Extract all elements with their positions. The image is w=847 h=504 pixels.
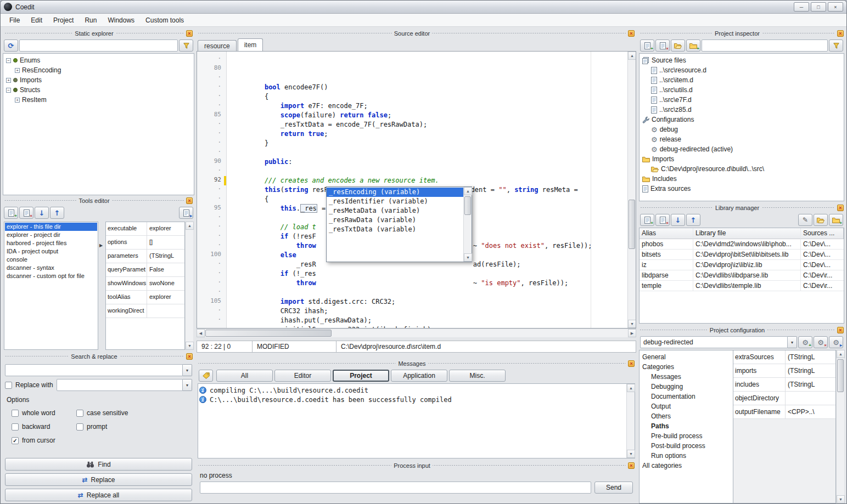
tools-scrollbar[interactable]: ▲ ▼ [185, 222, 193, 350]
gutter-line-number[interactable]: · [197, 101, 226, 111]
menu-custom-tools[interactable]: Custom tools [140, 15, 189, 26]
add-source-button[interactable]: + [640, 39, 654, 52]
clone-configuration-button[interactable]: ⚙▸ [829, 336, 843, 348]
close-panel-icon[interactable]: × [837, 30, 844, 37]
menu-project[interactable]: Project [48, 15, 79, 26]
code-line[interactable]: _initialSum = crc322uint(ihash.finish); [249, 325, 636, 328]
scroll-trough[interactable] [627, 392, 635, 450]
scroll-thumb[interactable] [205, 330, 332, 337]
code-line[interactable]: bool encodee7F() [249, 83, 636, 92]
property-value[interactable] [147, 304, 184, 318]
property-row[interactable]: objectDirectory [733, 392, 835, 405]
remove-source-button[interactable]: × [655, 39, 670, 52]
tree-item[interactable]: Output [640, 401, 733, 411]
gutter-line-number[interactable]: · [197, 260, 226, 269]
completion-scrollbar[interactable]: ▲ ▼ [463, 187, 472, 262]
combo-arrow-icon[interactable]: ▾ [183, 379, 192, 391]
messages-header[interactable]: Messages × [197, 359, 636, 368]
tree-item[interactable]: Messages [640, 372, 733, 382]
whole-word-checkbox[interactable]: whole word [12, 409, 76, 417]
close-panel-icon[interactable]: × [628, 360, 635, 367]
inspector-filter-button[interactable] [829, 39, 843, 52]
gutter-line-number[interactable]: · [197, 55, 226, 64]
tree-item[interactable]: C:\Dev\dproj\resource.d\build\..\src\ [640, 164, 844, 174]
combo-arrow-icon[interactable]: ▾ [788, 336, 797, 348]
gutter-line-number[interactable]: 105 [197, 297, 226, 307]
library-row[interactable]: bitsetsC:\Dev\dproj\bitSet\lib\bitsets.l… [640, 250, 844, 260]
property-row[interactable]: queryParametFalse [106, 263, 184, 277]
tool-item[interactable]: harbored - project files [5, 239, 97, 247]
remove-configuration-button[interactable]: ⚙× [814, 336, 828, 348]
tree-item[interactable]: ⚙debug [640, 124, 844, 134]
process-input-header[interactable]: Process input × [197, 461, 636, 470]
property-value[interactable]: (TStringL [147, 250, 184, 263]
tree-item[interactable]: All categories [640, 461, 733, 471]
move-library-down-button[interactable]: ↓ [671, 214, 685, 226]
completion-item[interactable]: _resTxtData (variable) [327, 225, 463, 234]
code-line[interactable]: _resTxtData = encode_7F(_resRawData); [249, 120, 636, 129]
tool-item[interactable]: console [5, 256, 97, 264]
tree-item[interactable]: Imports [640, 154, 844, 164]
close-panel-icon[interactable]: × [186, 30, 193, 37]
message-row[interactable]: iC:\...\build\resource.d.coedit has been… [199, 395, 625, 404]
code-line[interactable]: import std.digest.crc: CRC32; [249, 297, 636, 307]
gutter-line-number[interactable]: · [197, 120, 226, 129]
tab-resource[interactable]: resource [198, 40, 237, 51]
property-row[interactable]: includes(TStringL [733, 378, 835, 392]
process-input-field[interactable] [200, 482, 591, 494]
gutter-line-number[interactable]: · [197, 316, 226, 325]
library-row[interactable]: libdparseC:\Dev\dlibs\libdparse.libC:\De… [640, 270, 844, 281]
menu-file[interactable]: File [4, 15, 25, 26]
property-row[interactable]: executableexplorer [106, 222, 184, 236]
minimize-button[interactable]: ─ [794, 2, 809, 12]
library-row[interactable]: izC:\Dev\dproj\iz\lib\iz.libC:\Dev\... [640, 260, 844, 270]
scroll-up-icon[interactable]: ▲ [627, 384, 635, 392]
gutter-line-number[interactable]: 85 [197, 111, 226, 120]
editor-surface[interactable]: ·80····85····90·92··95····100····105··· … [197, 51, 636, 329]
combo-arrow-icon[interactable]: ▾ [183, 364, 192, 376]
gutter-line-number[interactable]: · [197, 185, 226, 195]
scroll-down-icon[interactable]: ▼ [464, 253, 472, 262]
completion-item[interactable]: _resMetaData (variable) [327, 206, 463, 216]
gutter-line-number[interactable]: · [197, 232, 226, 241]
search-input[interactable] [5, 364, 183, 376]
configuration-scrollbar[interactable]: ▲ ▼ [836, 350, 844, 503]
scroll-up-icon[interactable]: ▲ [837, 350, 845, 358]
titlebar[interactable]: Coedit ─ □ × [1, 1, 846, 14]
tree-item[interactable]: Run options [640, 451, 733, 461]
gutter-line-number[interactable]: · [197, 288, 226, 297]
search-replace-header[interactable]: Search & replace × [3, 352, 194, 361]
case-sensitive-checkbox[interactable]: case sensitive [76, 409, 192, 417]
code-line[interactable]: ihash.put(_resRawData); [249, 316, 636, 325]
scroll-up-icon[interactable]: ▲ [186, 222, 194, 230]
gutter-line-number[interactable]: · [197, 213, 226, 223]
menu-windows[interactable]: Windows [102, 15, 140, 26]
property-value[interactable]: (TStringL [786, 364, 835, 377]
tree-item[interactable]: Post-build process [640, 441, 733, 451]
static-explorer-header[interactable]: Static explorer × [3, 29, 194, 38]
add-folder-button[interactable]: + [686, 39, 700, 52]
scroll-left-icon[interactable]: ◀ [197, 329, 205, 337]
tool-item[interactable]: dscanner - syntax [5, 264, 97, 272]
scroll-down-icon[interactable]: ▼ [628, 320, 636, 328]
tree-item[interactable]: ⚙debug-redirected (active) [640, 144, 844, 154]
scroll-trough[interactable] [186, 230, 193, 342]
property-value[interactable]: swoNone [147, 277, 184, 290]
gutter-line-number[interactable]: 92 [197, 176, 226, 185]
property-value[interactable]: [] [147, 236, 184, 249]
send-button[interactable]: Send [594, 482, 633, 494]
open-folder-button[interactable] [671, 39, 685, 52]
property-value[interactable]: (TStringL [786, 350, 835, 364]
property-row[interactable]: toolAliasexplorer [106, 291, 184, 304]
tree-item[interactable]: General [640, 352, 733, 362]
tree-item[interactable]: Paths [640, 421, 733, 431]
message-row[interactable]: icompiling C:\...\build\resource.d.coedi… [199, 386, 625, 395]
filter-misc[interactable]: Misc. [449, 370, 506, 382]
gutter-line-number[interactable]: 100 [197, 251, 226, 260]
code-line[interactable]: import e7F: encode_7F; [249, 101, 636, 111]
close-panel-icon[interactable]: × [186, 353, 193, 360]
property-value[interactable] [786, 392, 835, 405]
code-line[interactable] [249, 167, 636, 176]
scroll-trough[interactable] [628, 60, 636, 320]
gutter-line-number[interactable]: 80 [197, 64, 226, 73]
